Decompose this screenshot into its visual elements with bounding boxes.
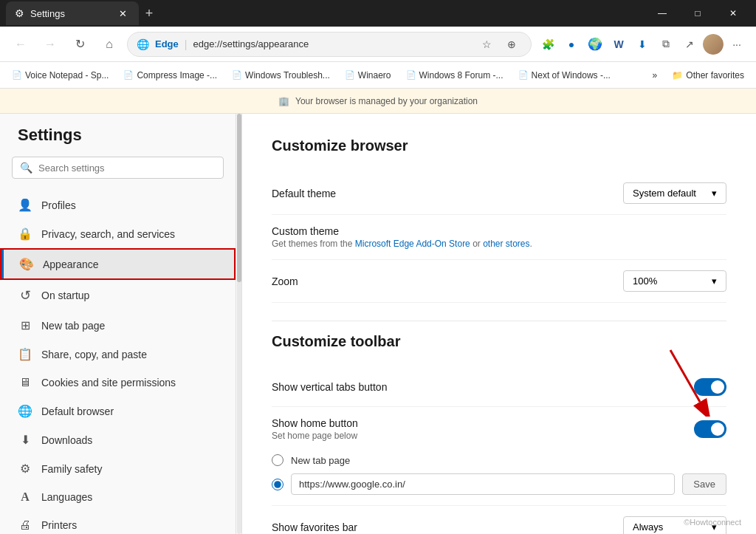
zoom-dropdown[interactable]: 100% ▾: [623, 270, 726, 292]
search-settings-input[interactable]: [38, 162, 216, 174]
bookmark-label-compress: Compress Image -...: [137, 70, 217, 81]
settings-content: Customize browser Default theme System d…: [242, 114, 756, 534]
sidebar-item-new-tab[interactable]: ⊞ New tab page: [0, 311, 236, 340]
other-favorites-button[interactable]: 📁 Other favorites: [666, 67, 750, 83]
split-screen-icon[interactable]: ⧉: [656, 34, 676, 55]
home-url-input[interactable]: [291, 473, 675, 495]
sidebar-item-label-new-tab: New tab page: [41, 320, 105, 332]
radio-row-url: Save: [272, 473, 726, 495]
word-icon[interactable]: W: [608, 34, 629, 55]
bookmark-voice-notepad[interactable]: 📄 Voice Notepad - Sp...: [6, 67, 114, 83]
show-vertical-tabs-row: Show vertical tabs button: [272, 368, 726, 407]
profile-avatar[interactable]: [703, 34, 724, 55]
sidebar-item-downloads[interactable]: ⬇ Downloads: [0, 425, 236, 454]
show-home-info: Show home button Set home page below: [272, 417, 358, 441]
download-icon[interactable]: ⬇: [632, 34, 653, 55]
edge-addon-store-link[interactable]: Microsoft Edge Add-On Store: [355, 239, 470, 249]
show-home-toggle[interactable]: [694, 420, 726, 438]
bookmark-next-of-windows[interactable]: 📄 Next of Windows -...: [512, 67, 616, 83]
save-home-button[interactable]: Save: [682, 473, 726, 495]
custom-theme-sublabel: Get themes from the Microsoft Edge Add-O…: [272, 239, 532, 249]
show-vertical-tabs-toggle[interactable]: [694, 378, 726, 396]
custom-theme-row: Custom theme Get themes from the Microso…: [272, 215, 726, 260]
sidebar-item-default-browser[interactable]: 🌐 Default browser: [0, 397, 236, 425]
show-favorites-bar-row: Show favorites bar Always ▾: [272, 506, 726, 534]
home-button[interactable]: ⌂: [97, 32, 121, 56]
address-input-wrap[interactable]: 🌐 Edge | edge://settings/appearance ☆ ⊕: [127, 32, 532, 57]
bookmark-winaero[interactable]: 📄 Winaero: [339, 67, 397, 83]
section-divider: [272, 321, 726, 321]
privacy-icon: 🔒: [18, 227, 32, 241]
default-theme-row: Default theme System default ▾: [272, 172, 726, 215]
extensions-icon[interactable]: 🧩: [537, 34, 558, 55]
back-button[interactable]: ←: [9, 32, 32, 56]
sidebar-item-label-privacy: Privacy, search, and services: [41, 228, 175, 240]
sidebar-item-privacy[interactable]: 🔒 Privacy, search, and services: [0, 219, 236, 248]
tab-settings-icon: ⚙: [15, 7, 24, 19]
address-icons: ☆ ⊕: [476, 34, 522, 55]
close-button[interactable]: ✕: [716, 0, 750, 27]
sidebar-item-label-appearance: Appearance: [43, 259, 99, 270]
other-favorites-label: Other favorites: [686, 70, 744, 81]
custom-theme-info: Custom theme Get themes from the Microso…: [272, 225, 532, 249]
title-bar: ⚙ Settings ✕ + — □ ✕: [0, 0, 756, 27]
bookmark-windows8[interactable]: 📄 Windows 8 Forum -...: [400, 67, 509, 83]
refresh-button[interactable]: ↻: [68, 32, 92, 56]
other-stores-link[interactable]: other stores: [483, 239, 529, 249]
sidebar-item-appearance[interactable]: 🎨 Appearance: [0, 248, 236, 280]
appearance-icon: 🎨: [19, 257, 34, 271]
collections-icon[interactable]: ⊕: [501, 34, 522, 55]
sidebar-title: Settings: [0, 126, 236, 157]
tab-close-button[interactable]: ✕: [115, 6, 130, 21]
bookmark-windows-troubleshoot[interactable]: 📄 Windows Troublesh...: [226, 67, 336, 83]
bookmark-label-voice: Voice Notepad - Sp...: [25, 70, 109, 81]
home-page-radio-group: New tab page Save: [272, 454, 726, 495]
sidebar-item-languages[interactable]: A Languages: [0, 483, 236, 511]
profiles-icon: 👤: [18, 198, 32, 212]
main-layout: Settings 🔍 👤 Profiles 🔒 Privacy, search,…: [0, 114, 756, 534]
forward-button[interactable]: →: [38, 32, 62, 56]
bookmark-compress-image[interactable]: 📄 Compress Image -...: [117, 67, 223, 83]
bookmark-icon-troubleshoot: 📄: [232, 70, 242, 80]
browser-tab[interactable]: ⚙ Settings ✕: [6, 1, 139, 25]
settings-more-button[interactable]: ···: [726, 34, 747, 55]
radio-url[interactable]: [272, 479, 284, 490]
zoom-label: Zoom: [272, 275, 298, 287]
sidebar-item-label-default-browser: Default browser: [41, 405, 114, 417]
more-bookmarks-button[interactable]: »: [647, 67, 664, 83]
minimize-button[interactable]: —: [645, 0, 679, 27]
family-icon: ⚙: [18, 462, 32, 476]
default-theme-value: System default: [633, 188, 696, 199]
bookmark-label-now: Next of Windows -...: [532, 70, 611, 81]
tab-title: Settings: [30, 8, 65, 19]
share-icon[interactable]: ↗: [679, 34, 700, 55]
edge-wallet-icon[interactable]: ●: [561, 34, 582, 55]
on-startup-icon: ↺: [18, 287, 32, 304]
maximize-button[interactable]: □: [681, 0, 715, 27]
sidebar-item-share[interactable]: 📋 Share, copy, and paste: [0, 340, 236, 369]
sidebar-item-profiles[interactable]: 👤 Profiles: [0, 191, 236, 219]
sidebar-item-label-on-startup: On startup: [41, 290, 89, 301]
default-theme-label: Default theme: [272, 188, 336, 199]
radio-new-tab-label: New tab page: [291, 455, 350, 466]
toolbar-icons: 🧩 ● 🌍 W ⬇ ⧉ ↗ ···: [537, 34, 747, 55]
sidebar-scrollbar[interactable]: [236, 114, 242, 534]
settings-sidebar: Settings 🔍 👤 Profiles 🔒 Privacy, search,…: [0, 114, 236, 534]
sidebar-item-family[interactable]: ⚙ Family safety: [0, 454, 236, 483]
address-url[interactable]: edge://settings/appearance: [193, 38, 470, 49]
new-tab-button[interactable]: +: [139, 3, 159, 24]
default-browser-icon: 🌐: [18, 404, 32, 418]
bookmark-icon-compress: 📄: [123, 70, 134, 80]
toggle-slider-vertical: [694, 378, 726, 396]
sidebar-item-cookies[interactable]: 🖥 Cookies and site permissions: [0, 369, 236, 397]
bookmark-label-win8: Windows 8 Forum -...: [419, 70, 504, 81]
managed-info-bar: 🏢 Your browser is managed by your organi…: [0, 89, 756, 114]
search-settings-box[interactable]: 🔍: [12, 157, 224, 179]
edge-logo: 🌐: [137, 38, 149, 50]
bing-icon[interactable]: 🌍: [585, 34, 605, 55]
star-icon[interactable]: ☆: [476, 34, 497, 55]
radio-new-tab[interactable]: [272, 454, 284, 466]
default-theme-dropdown[interactable]: System default ▾: [623, 182, 726, 204]
sidebar-item-on-startup[interactable]: ↺ On startup: [0, 280, 236, 311]
sidebar-item-printers[interactable]: 🖨 Printers: [0, 511, 236, 534]
